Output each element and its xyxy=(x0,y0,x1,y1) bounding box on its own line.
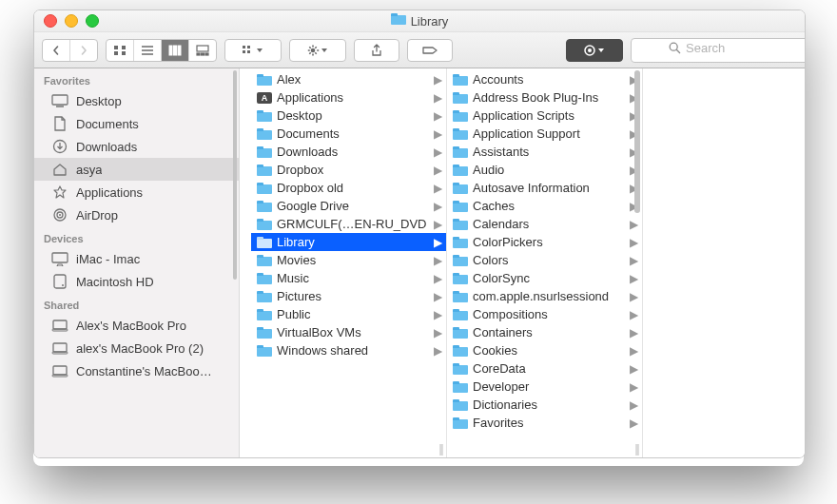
file-label: Caches xyxy=(473,199,625,213)
sidebar-item-label: Constantine's MacBoo… xyxy=(76,364,212,378)
file-row[interactable]: ColorSync▶ xyxy=(447,269,642,287)
action-button[interactable] xyxy=(289,39,346,62)
zoom-button[interactable] xyxy=(86,14,99,28)
sidebar-scrollbar[interactable] xyxy=(233,70,237,457)
search-input[interactable] xyxy=(631,38,806,63)
folder-icon xyxy=(257,219,272,230)
file-row[interactable]: Accounts▶ xyxy=(447,70,642,88)
column-resize-handle[interactable]: ‖ xyxy=(438,442,442,456)
sidebar-item-label: asya xyxy=(76,163,102,177)
folder-icon xyxy=(453,291,468,302)
sidebar-item-alex-s-macbook-pro[interactable]: Alex's MacBook Pro xyxy=(34,314,239,337)
file-row[interactable]: Compositions▶ xyxy=(447,305,642,323)
sidebar-item-label: Macintosh HD xyxy=(76,275,154,289)
nav-buttons xyxy=(42,39,98,62)
file-row[interactable]: Assistants▶ xyxy=(447,143,642,161)
folder-icon xyxy=(453,92,468,104)
file-label: Colors xyxy=(473,253,625,267)
file-row[interactable]: Address Book Plug-Ins▶ xyxy=(447,88,642,107)
list-view-button[interactable] xyxy=(134,40,162,61)
folder-icon xyxy=(453,183,468,194)
file-row[interactable]: com.apple.nsurlsessiond▶ xyxy=(447,287,642,305)
svg-rect-9 xyxy=(178,46,181,55)
sidebar-item-imac-imac[interactable]: iMac - Imac xyxy=(34,247,239,270)
file-row[interactable]: Favorites▶ xyxy=(447,414,642,432)
minimize-button[interactable] xyxy=(65,14,78,28)
file-row[interactable]: Movies▶ xyxy=(251,251,446,269)
sidebar-item-asya[interactable]: asya xyxy=(34,158,239,181)
file-row[interactable]: CoreData▶ xyxy=(447,359,642,378)
back-button[interactable] xyxy=(43,40,70,61)
chevron-right-icon: ▶ xyxy=(434,344,442,358)
remote-icon xyxy=(51,317,68,334)
svg-rect-3 xyxy=(122,51,126,55)
file-label: Library xyxy=(277,235,429,249)
icon-view-button[interactable] xyxy=(107,40,134,61)
sidebar-item-downloads[interactable]: Downloads xyxy=(34,135,239,158)
file-label: Favorites xyxy=(473,416,625,430)
dropbox-button[interactable] xyxy=(566,39,623,62)
file-label: VirtualBox VMs xyxy=(277,325,429,339)
file-row[interactable]: Downloads▶ xyxy=(251,143,446,161)
file-row[interactable]: Music▶ xyxy=(251,269,446,287)
file-row[interactable]: Pictures▶ xyxy=(251,287,446,305)
file-label: ColorSync xyxy=(473,271,625,285)
file-row[interactable]: Application Scripts▶ xyxy=(447,107,642,125)
folder-icon xyxy=(453,201,468,212)
arrange-button[interactable] xyxy=(224,39,282,62)
file-row[interactable]: Developer▶ xyxy=(447,378,642,396)
folder-icon xyxy=(257,345,272,357)
svg-rect-8 xyxy=(174,46,177,55)
file-row[interactable]: Google Drive▶ xyxy=(251,197,446,215)
file-row[interactable]: Windows shared▶ xyxy=(251,341,446,359)
chevron-right-icon: ▶ xyxy=(434,73,442,87)
sidebar-item-desktop[interactable]: Desktop xyxy=(34,89,239,112)
chevron-right-icon: ▶ xyxy=(434,164,442,177)
file-row[interactable]: Application Support▶ xyxy=(447,125,642,143)
sidebar-item-label: Desktop xyxy=(76,94,122,108)
file-label: Pictures xyxy=(277,289,429,303)
file-row[interactable]: Cookies▶ xyxy=(447,341,642,359)
file-row[interactable]: GRMCULF(…EN-RU_DVD▶ xyxy=(251,215,446,233)
file-row[interactable]: Colors▶ xyxy=(447,251,642,269)
file-row[interactable]: Applications▶ xyxy=(251,88,446,107)
sidebar-item-alex-s-macbook-pro-2-[interactable]: alex's MacBook Pro (2) xyxy=(34,337,239,359)
share-button[interactable] xyxy=(354,39,399,62)
file-row[interactable]: Caches▶ xyxy=(447,197,642,215)
chevron-right-icon: ▶ xyxy=(434,326,442,339)
window-title: Library xyxy=(34,13,805,29)
file-row[interactable]: Containers▶ xyxy=(447,323,642,341)
forward-button[interactable] xyxy=(70,40,97,61)
file-row[interactable]: Library▶ xyxy=(251,233,446,251)
file-row[interactable]: Desktop▶ xyxy=(251,107,446,125)
file-row[interactable]: Audio▶ xyxy=(447,161,642,179)
sidebar-item-constantine-s-macboo-[interactable]: Constantine's MacBoo… xyxy=(34,359,239,382)
column-resize-handle[interactable]: ‖ xyxy=(634,442,638,456)
file-row[interactable]: Dropbox▶ xyxy=(251,161,446,179)
file-row[interactable]: Calendars▶ xyxy=(447,215,642,233)
column-view-button[interactable] xyxy=(162,40,189,61)
tags-button[interactable] xyxy=(407,39,453,62)
file-row[interactable]: Public▶ xyxy=(251,305,446,323)
file-label: Compositions xyxy=(473,307,625,321)
file-row[interactable]: Autosave Information▶ xyxy=(447,179,642,197)
file-label: Windows shared xyxy=(277,343,429,358)
sidebar-group-header: Shared xyxy=(34,293,239,314)
chevron-right-icon: ▶ xyxy=(434,308,442,321)
svg-rect-13 xyxy=(205,53,208,55)
sidebar-item-documents[interactable]: Documents xyxy=(34,112,239,135)
file-row[interactable]: Dictionaries▶ xyxy=(447,396,642,414)
file-row[interactable]: ColorPickers▶ xyxy=(447,233,642,251)
file-row[interactable]: VirtualBox VMs▶ xyxy=(251,323,446,341)
sidebar-item-airdrop[interactable]: AirDrop xyxy=(34,204,239,226)
gallery-view-button[interactable] xyxy=(189,40,216,61)
svg-rect-32 xyxy=(53,320,67,329)
sidebar-item-macintosh-hd[interactable]: Macintosh HD xyxy=(34,270,239,293)
chevron-right-icon: ▶ xyxy=(434,182,442,195)
column-scrollbar[interactable] xyxy=(634,70,640,436)
file-row[interactable]: Documents▶ xyxy=(251,125,446,143)
close-button[interactable] xyxy=(44,14,57,28)
file-row[interactable]: Dropbox old▶ xyxy=(251,179,446,197)
sidebar-item-applications[interactable]: Applications xyxy=(34,181,239,204)
file-row[interactable]: Alex▶ xyxy=(251,70,446,88)
